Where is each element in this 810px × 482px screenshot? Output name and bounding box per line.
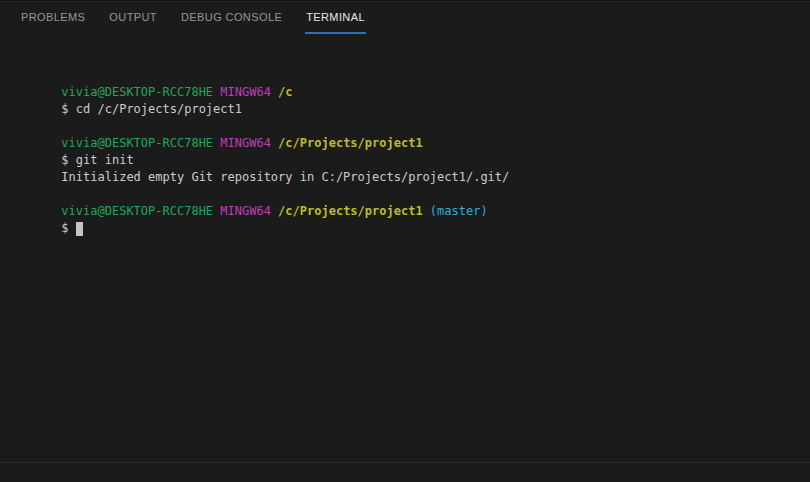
command-text: $ git init	[61, 153, 133, 167]
prompt-git-branch: (master)	[423, 204, 488, 218]
output-text: Initialized empty Git repository in C:/P…	[61, 170, 509, 184]
prompt-path: /c	[278, 85, 292, 99]
prompt-user-host: vivia@DESKTOP-RCC78HE	[61, 204, 220, 218]
tab-output[interactable]: OUTPUT	[108, 2, 158, 34]
prompt-user-host: vivia@DESKTOP-RCC78HE	[61, 136, 220, 150]
prompt-env: MINGW64	[220, 204, 278, 218]
tab-problems[interactable]: PROBLEMS	[20, 2, 86, 34]
terminal-output-line: Initialized empty Git repository in C:/P…	[18, 152, 810, 169]
terminal-prompt-line: vivia@DESKTOP-RCC78HE MINGW64 /c/Project…	[18, 118, 810, 135]
terminal-blank-line	[18, 50, 810, 67]
terminal-prompt-line: vivia@DESKTOP-RCC78HE MINGW64 /c	[18, 67, 810, 84]
bottom-panel: PROBLEMS OUTPUT DEBUG CONSOLE TERMINAL v…	[0, 0, 810, 482]
prompt-env: MINGW64	[220, 136, 278, 150]
terminal-prompt-line: vivia@DESKTOP-RCC78HE MINGW64 /c/Project…	[18, 186, 810, 203]
command-text: $ cd /c/Projects/project1	[61, 102, 242, 116]
panel-tabbar: PROBLEMS OUTPUT DEBUG CONSOLE TERMINAL	[0, 1, 810, 37]
tab-debug-console[interactable]: DEBUG CONSOLE	[180, 2, 283, 34]
prompt-path: /c/Projects/project1	[278, 204, 423, 218]
prompt-user-host: vivia@DESKTOP-RCC78HE	[61, 85, 220, 99]
prompt-env: MINGW64	[220, 85, 278, 99]
tab-terminal[interactable]: TERMINAL	[305, 2, 366, 34]
prompt-dollar: $	[61, 221, 75, 235]
terminal-content[interactable]: vivia@DESKTOP-RCC78HE MINGW64 /c $ cd /c…	[0, 37, 810, 462]
panel-bottom-edge	[0, 462, 810, 482]
prompt-path: /c/Projects/project1	[278, 136, 423, 150]
terminal-cursor	[76, 222, 83, 236]
